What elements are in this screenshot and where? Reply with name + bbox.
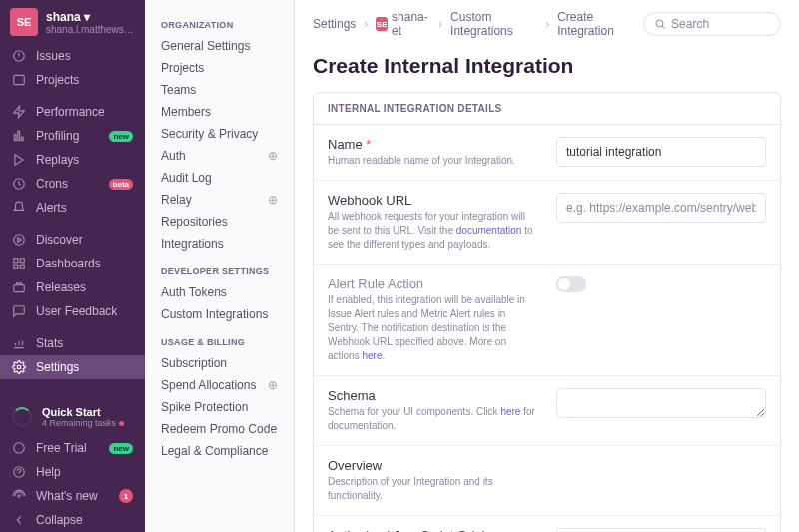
settings-label: Relay [161,193,192,207]
nav-help[interactable]: Help [0,460,145,484]
breadcrumb-settings[interactable]: Settings [313,17,356,31]
settings-label: Redeem Promo Code [161,422,277,436]
settings-item-subscription[interactable]: Subscription [145,352,294,374]
nav-label: What's new [36,489,98,503]
nav-label: Free Trial [36,441,87,455]
nav-label: Dashboards [36,257,101,270]
nav-stats[interactable]: Stats [0,331,145,355]
breadcrumb-org[interactable]: SEshana-et [376,10,430,38]
settings-item-relay[interactable]: Relay⊕ [145,189,294,211]
settings-label: Spend Allocations [161,378,256,392]
settings-item-audit-log[interactable]: Audit Log [145,167,294,189]
settings-item-auth-tokens[interactable]: Auth Tokens [145,281,294,303]
quick-start[interactable]: Quick Start 4 Remaining tasks [0,398,145,436]
settings-label: Repositories [161,215,228,229]
replays-icon [12,153,26,167]
chevron-right-icon: › [364,17,368,31]
svg-marker-5 [15,155,23,166]
nav-profiling[interactable]: Profilingnew [0,124,145,148]
quick-start-sub: 4 Remaining tasks [42,418,116,428]
settings-label: Custom Integrations [161,307,268,321]
settings-label: Spike Protection [161,400,248,414]
topbar: Settings › SEshana-et › Custom Integrati… [295,0,799,48]
breadcrumb-custom[interactable]: Custom Integrations [450,10,537,38]
external-icon: ⊕ [268,378,278,392]
settings-label: Audit Log [161,171,212,185]
field-help: Schema for your UI components. Click her… [328,405,538,433]
svg-rect-2 [14,135,16,141]
nav-user-feedback[interactable]: User Feedback [0,299,145,323]
nav-label: Crons [36,177,68,191]
settings-item-spike[interactable]: Spike Protection [145,396,294,418]
chevron-right-icon: › [438,17,442,31]
trial-icon [12,441,26,455]
settings-heading-billing: USAGE & BILLING [145,325,294,352]
name-input[interactable] [556,137,766,167]
field-help: Description of your Integration and its … [328,475,538,503]
origins-input[interactable] [556,528,766,532]
settings-item-auth[interactable]: Auth⊕ [145,145,294,167]
nav-label: Issues [36,49,71,63]
field-help: Human readable name of your Integration. [328,154,538,168]
nav-free-trial[interactable]: Free Trialnew [0,436,145,460]
broadcast-icon [12,489,26,503]
settings-item-repositories[interactable]: Repositories [145,211,294,233]
beta-badge: beta [109,179,133,190]
settings-label: Subscription [161,356,227,370]
nav-whats-new[interactable]: What's new1 [0,484,145,508]
doc-link[interactable]: here [362,350,382,361]
search-box[interactable]: Search [643,12,781,36]
nav-collapse[interactable]: Collapse [0,508,145,532]
field-label: Schema [328,388,538,403]
nav-settings[interactable]: Settings [0,355,145,379]
doc-link[interactable]: here [500,406,520,417]
nav-label: User Feedback [36,304,117,318]
schema-input[interactable] [556,388,766,418]
settings-item-spend[interactable]: Spend Allocations⊕ [145,374,294,396]
breadcrumb-create[interactable]: Create Integration [557,10,635,38]
nav-projects[interactable]: Projects [0,68,145,92]
field-overview: Overview Description of your Integration… [314,446,780,516]
settings-item-members[interactable]: Members [145,101,294,123]
settings-item-security[interactable]: Security & Privacy [145,123,294,145]
nav-dashboards[interactable]: Dashboards [0,252,145,275]
field-origins: Authorized JavaScript Origins Separate m… [314,516,780,532]
stats-icon [12,336,26,350]
alerts-icon [12,201,26,215]
nav-label: Discover [36,233,83,247]
settings-item-teams[interactable]: Teams [145,79,294,101]
settings-item-projects[interactable]: Projects [145,57,294,79]
settings-label: Projects [161,61,204,75]
field-webhook: Webhook URL All webhook requests for you… [314,181,780,265]
nav-performance[interactable]: Performance [0,100,145,124]
nav-replays[interactable]: Replays [0,148,145,172]
alert-toggle[interactable] [556,276,586,292]
webhook-input[interactable] [556,193,766,223]
nav-issues[interactable]: Issues [0,44,145,68]
org-avatar: SE [10,8,38,36]
nav-label: Replays [36,153,79,167]
nav-label: Help [36,465,61,479]
page-title: Create Internal Integration [313,54,781,78]
settings-item-custom-integrations[interactable]: Custom Integrations [145,303,294,325]
doc-link[interactable]: documentation [456,225,522,236]
svg-rect-9 [14,259,18,263]
nav-alerts[interactable]: Alerts [0,196,145,220]
svg-rect-12 [20,265,24,268]
nav-label: Releases [36,280,86,294]
settings-item-legal[interactable]: Legal & Compliance [145,440,294,462]
chevron-right-icon: › [545,17,549,31]
nav-crons[interactable]: Cronsbeta [0,172,145,196]
user-menu[interactable]: SE shana▾ shana.l.matthews@.. [0,0,145,44]
field-label: Alert Rule Action [328,276,538,291]
settings-item-general[interactable]: General Settings [145,35,294,57]
nav-discover[interactable]: Discover [0,228,145,252]
performance-icon [12,105,26,119]
nav-label: Projects [36,73,79,87]
settings-label: Integrations [161,237,224,251]
nav-releases[interactable]: Releases [0,275,145,299]
svg-rect-4 [21,137,23,141]
settings-item-integrations[interactable]: Integrations [145,233,294,255]
gear-icon [12,360,26,374]
settings-item-promo[interactable]: Redeem Promo Code [145,418,294,440]
